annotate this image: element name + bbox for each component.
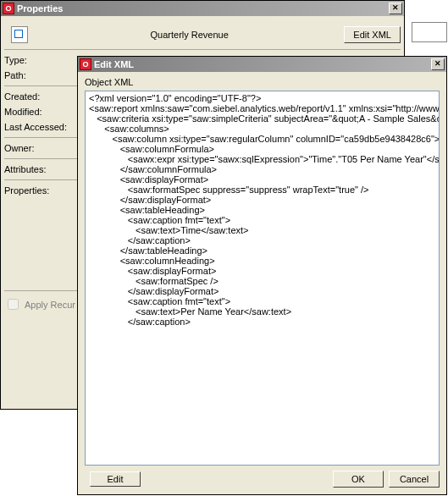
apply-recursively-label: Apply Recur xyxy=(25,300,75,310)
attributes-label: Attributes: xyxy=(4,164,80,174)
edit-xml-button[interactable]: Edit XML xyxy=(344,26,401,43)
ok-button[interactable]: OK xyxy=(333,471,384,488)
oracle-icon: O xyxy=(3,3,14,14)
right-panel-stub xyxy=(412,22,447,42)
close-icon[interactable]: ✕ xyxy=(431,58,445,70)
edit-xml-footer: Edit OK Cancel xyxy=(85,471,440,488)
created-label: Created: xyxy=(4,91,80,102)
edit-xml-title: Edit XML xyxy=(94,59,431,69)
edit-xml-body: Object XML Edit OK Cancel xyxy=(78,72,446,494)
path-label: Path: xyxy=(4,70,80,80)
close-icon[interactable]: ✕ xyxy=(389,3,402,14)
object-xml-label: Object XML xyxy=(85,77,440,87)
type-label: Type: xyxy=(4,55,80,65)
properties-label: Properties: xyxy=(4,185,80,196)
object-title: Quarterly Revenue xyxy=(35,30,344,40)
properties-title: Properties xyxy=(17,3,389,14)
properties-header: Quarterly Revenue Edit XML xyxy=(4,19,401,50)
edit-xml-titlebar: O Edit XML ✕ xyxy=(78,57,446,72)
object-icon xyxy=(11,26,28,43)
edit-xml-window: O Edit XML ✕ Object XML Edit OK Cancel xyxy=(77,56,447,495)
properties-titlebar: O Properties ✕ xyxy=(1,1,404,16)
modified-label: Modified: xyxy=(4,107,80,117)
apply-recursively-checkbox xyxy=(8,299,19,310)
edit-button[interactable]: Edit xyxy=(90,471,141,487)
xml-textarea[interactable] xyxy=(85,91,440,466)
oracle-icon: O xyxy=(80,58,91,70)
last-accessed-label: Last Accessed: xyxy=(4,122,80,132)
cancel-button[interactable]: Cancel xyxy=(389,471,440,488)
owner-label: Owner: xyxy=(4,143,80,153)
